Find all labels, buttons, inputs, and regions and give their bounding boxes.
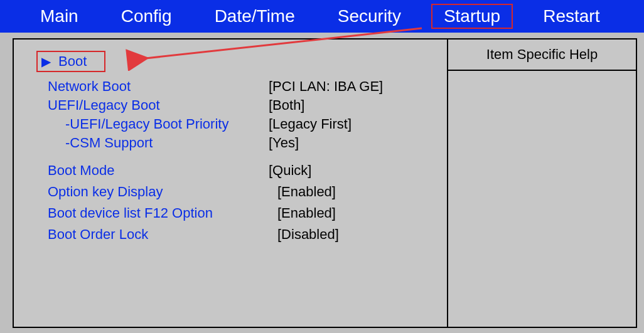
setting-row[interactable]: Boot device list F12 Option [Enabled] (48, 205, 438, 221)
setting-label: -CSM Support (48, 135, 269, 151)
setting-row[interactable]: UEFI/Legacy Boot [Both] (48, 97, 438, 114)
setting-row[interactable]: Option key Display [Enabled] (48, 184, 438, 200)
setting-label: -UEFI/Legacy Boot Priority (48, 116, 269, 132)
setting-label: Boot Order Lock (48, 226, 269, 243)
setting-value: [Yes] (269, 135, 299, 151)
content-frame: ▶ Boot Network Boot [PCI LAN: IBA GE] UE… (13, 38, 637, 328)
boot-label: Boot (58, 53, 87, 70)
setting-value: [Legacy First] (269, 116, 352, 132)
setting-value: [Quick] (269, 162, 311, 179)
menu-config[interactable]: Config (100, 4, 193, 29)
setting-value: [PCI LAN: IBA GE] (269, 78, 383, 95)
setting-row[interactable]: -UEFI/Legacy Boot Priority [Legacy First… (48, 116, 438, 132)
boot-submenu-row[interactable]: ▶ Boot (36, 51, 438, 72)
setting-label: Boot Mode (48, 162, 269, 179)
menu-restart[interactable]: Restart (522, 4, 621, 29)
setting-value: [Disabled] (277, 226, 339, 243)
setting-row[interactable]: Boot Order Lock [Disabled] (48, 226, 438, 243)
setting-value: [Enabled] (277, 205, 336, 221)
setting-row[interactable]: -CSM Support [Yes] (48, 135, 438, 151)
help-panel: Item Specific Help (447, 40, 636, 327)
settings-panel: ▶ Boot Network Boot [PCI LAN: IBA GE] UE… (14, 40, 447, 327)
triangle-right-icon: ▶ (41, 54, 51, 69)
setting-label: UEFI/Legacy Boot (48, 97, 269, 114)
setting-row[interactable]: Boot Mode [Quick] (48, 162, 438, 179)
setting-label: Option key Display (48, 184, 269, 200)
menu-startup[interactable]: Startup (431, 4, 513, 29)
bios-menubar: Main Config Date/Time Security Startup R… (0, 0, 644, 33)
menu-security[interactable]: Security (316, 4, 422, 29)
setting-label: Network Boot (48, 78, 269, 95)
help-panel-title: Item Specific Help (448, 40, 636, 71)
menu-main[interactable]: Main (19, 4, 100, 29)
setting-value: [Enabled] (277, 184, 336, 200)
setting-value: [Both] (269, 97, 304, 114)
menu-datetime[interactable]: Date/Time (193, 4, 316, 29)
setting-row[interactable]: Network Boot [PCI LAN: IBA GE] (48, 78, 438, 95)
boot-highlight-box: ▶ Boot (36, 51, 105, 72)
setting-label: Boot device list F12 Option (48, 205, 269, 221)
